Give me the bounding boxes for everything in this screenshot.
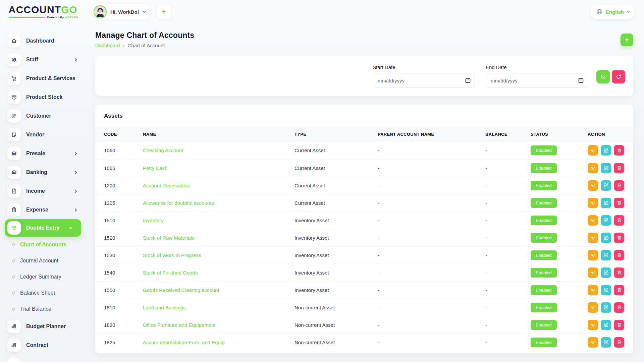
delete-button[interactable] — [614, 302, 624, 313]
edit-button[interactable] — [601, 198, 611, 208]
bank-icon — [7, 147, 21, 160]
activity-button[interactable] — [588, 215, 598, 226]
trash-icon — [616, 148, 622, 153]
sidebar-item-vendor[interactable]: Vendor — [7, 125, 87, 144]
edit-icon — [603, 252, 609, 258]
delete-button[interactable] — [614, 250, 624, 260]
cell-parent: - — [375, 194, 483, 212]
account-name-link[interactable]: Allowance for doubtful accounts — [143, 200, 214, 206]
sidebar-subitem-chart-of-accounts[interactable]: Chart of Accounts — [7, 237, 87, 253]
cell-type: Non-current Asset — [292, 316, 375, 334]
delete-button[interactable] — [614, 163, 624, 173]
activity-button[interactable] — [588, 250, 598, 260]
trash-icon — [616, 183, 622, 188]
sidebar-item-dashboard[interactable]: Dashboard — [7, 32, 87, 50]
status-badge: Enabled — [531, 233, 557, 243]
delete-button[interactable] — [614, 285, 624, 295]
account-name-link[interactable]: Account Receivables — [143, 183, 190, 188]
cell-type: Current Asset — [292, 177, 375, 194]
sidebar-subitem-journal-account[interactable]: Journal Account — [7, 253, 87, 269]
delete-button[interactable] — [614, 337, 624, 348]
delete-button[interactable] — [614, 145, 624, 156]
add-account-button[interactable]: + — [621, 34, 633, 46]
activity-button[interactable] — [588, 163, 598, 173]
account-name-link[interactable]: Goods Received Clearing account — [143, 287, 219, 293]
search-button[interactable] — [596, 70, 610, 83]
edit-button[interactable] — [601, 320, 611, 330]
edit-button[interactable] — [601, 285, 611, 295]
bullet-icon — [11, 275, 16, 279]
activity-button[interactable] — [588, 180, 598, 191]
status-badge: Enabled — [531, 303, 557, 312]
chevron-right-icon — [74, 152, 77, 155]
clipboard-dollar-icon: $ — [7, 203, 21, 217]
account-name-link[interactable]: Stock of Raw Materials — [143, 235, 194, 241]
table-row: 1820 Office Furniture and Equipement Non… — [95, 316, 633, 334]
activity-icon — [590, 218, 596, 223]
edit-button[interactable] — [601, 250, 611, 260]
account-name-link[interactable]: Inventory — [143, 218, 164, 223]
sidebar-item-banking[interactable]: Banking — [7, 163, 87, 182]
delete-button[interactable] — [614, 198, 624, 208]
activity-button[interactable] — [588, 267, 598, 278]
edit-button[interactable] — [601, 337, 611, 348]
delete-button[interactable] — [614, 233, 624, 243]
edit-button[interactable] — [601, 215, 611, 226]
user-menu[interactable]: Hi, WorkDo! — [92, 4, 151, 20]
sidebar-item-expense[interactable]: $Expense — [7, 200, 87, 219]
sidebar-item-income[interactable]: Income — [7, 182, 87, 200]
edit-button[interactable] — [601, 145, 611, 156]
activity-button[interactable] — [588, 320, 598, 330]
cell-type: Inventory Asset — [292, 212, 375, 229]
row-actions — [588, 145, 631, 156]
edit-button[interactable] — [601, 233, 611, 243]
sidebar-item-label: Contract — [26, 342, 48, 348]
reset-button[interactable] — [612, 70, 625, 83]
cell-balance: - — [483, 281, 528, 299]
account-name-link[interactable]: Stock of Finished Goods — [143, 270, 198, 276]
breadcrumb-dashboard-link[interactable]: Dashboard — [95, 43, 120, 48]
activity-button[interactable] — [588, 198, 598, 208]
account-name-link[interactable]: Office Furniture and Equipement — [143, 322, 216, 328]
sidebar-item-presale[interactable]: Presale — [7, 144, 87, 163]
edit-button[interactable] — [601, 163, 611, 173]
activity-button[interactable] — [588, 337, 598, 348]
edit-button[interactable] — [601, 302, 611, 313]
trash-icon — [616, 218, 622, 223]
cart-icon — [7, 72, 21, 85]
quick-add-button[interactable]: + — [156, 4, 172, 19]
sidebar-subitem-ledger-summary[interactable]: Ledger Summary — [7, 269, 87, 285]
section-title: Assets — [104, 113, 633, 119]
account-name-link[interactable]: Accum.depreciation-Furn. and Equip — [143, 340, 224, 345]
chevron-down-icon — [142, 9, 146, 13]
account-name-link[interactable]: Checking Account — [143, 147, 183, 153]
delete-button[interactable] — [614, 180, 624, 191]
account-name-link[interactable]: Land and Buildings — [143, 305, 186, 310]
row-actions — [588, 163, 631, 173]
account-name-link[interactable]: Stock of Work In Progress — [143, 252, 201, 258]
cell-type: Inventory Asset — [292, 246, 375, 264]
activity-button[interactable] — [588, 285, 598, 295]
end-date-input[interactable] — [486, 73, 588, 88]
edit-button[interactable] — [601, 267, 611, 278]
delete-button[interactable] — [614, 215, 624, 226]
delete-button[interactable] — [614, 267, 624, 278]
edit-button[interactable] — [601, 180, 611, 191]
sidebar-item-contract[interactable]: $Contract — [7, 336, 87, 355]
account-name-link[interactable]: Petty Cash — [143, 165, 167, 171]
start-date-input[interactable] — [373, 73, 475, 88]
sidebar-item-budget-planner[interactable]: $Budget Planner — [7, 317, 87, 336]
sidebar-item-product-services[interactable]: Product & Services — [7, 69, 87, 88]
svg-text:$: $ — [13, 209, 15, 212]
activity-button[interactable] — [588, 233, 598, 243]
activity-button[interactable] — [588, 302, 598, 313]
sidebar-item-staff[interactable]: Staff — [7, 50, 87, 69]
sidebar-item-customer[interactable]: Customer — [7, 107, 87, 125]
sidebar-item-double-entry[interactable]: Double Entry — [5, 219, 81, 237]
delete-button[interactable] — [614, 320, 624, 330]
activity-button[interactable] — [588, 145, 598, 156]
sidebar-item-product-stock[interactable]: Product Stock — [7, 88, 87, 107]
sidebar-subitem-trial-balance[interactable]: Trial Balance — [7, 301, 87, 317]
language-selector[interactable]: English — [591, 5, 635, 19]
sidebar-subitem-balance-sheet[interactable]: Balance Sheet — [7, 285, 87, 301]
